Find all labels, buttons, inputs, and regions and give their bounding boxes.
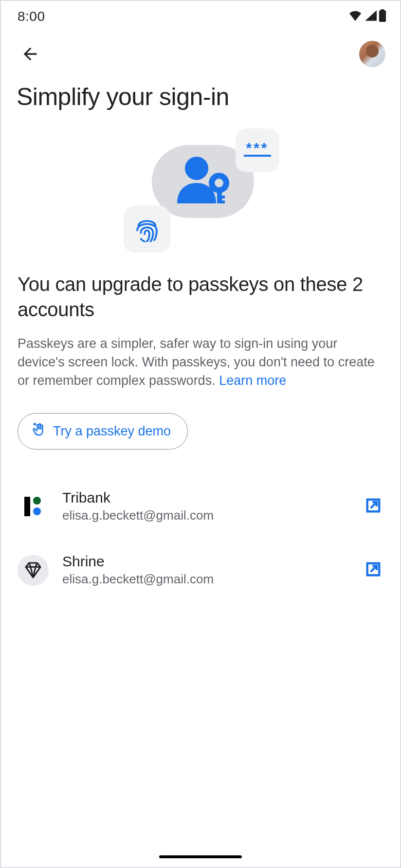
- cellular-icon: [364, 10, 377, 23]
- account-email: elisa.g.beckett@gmail.com: [62, 572, 349, 587]
- account-email: elisa.g.beckett@gmail.com: [62, 508, 349, 523]
- svg-point-2: [185, 157, 208, 180]
- account-row-shrine[interactable]: Shrine elisa.g.beckett@gmail.com: [18, 544, 383, 596]
- svg-rect-5: [221, 196, 225, 199]
- tribank-app-icon: [18, 491, 49, 522]
- profile-avatar[interactable]: [359, 41, 385, 67]
- account-list: Tribank elisa.g.beckett@gmail.com Shrine…: [18, 481, 383, 596]
- svg-point-3: [212, 176, 226, 190]
- password-icon: ***: [236, 128, 279, 172]
- status-bar: 8:00: [1, 1, 400, 30]
- fingerprint-icon: [124, 206, 170, 253]
- navigation-handle[interactable]: [159, 855, 242, 858]
- arrow-left-icon: [20, 44, 40, 64]
- account-name: Shrine: [62, 553, 349, 570]
- status-icons: [348, 9, 386, 24]
- svg-rect-6: [221, 200, 225, 203]
- open-external-icon[interactable]: [363, 495, 383, 518]
- hero-illustration: ***: [1, 126, 400, 262]
- status-time: 8:00: [18, 9, 45, 24]
- try-passkey-demo-button[interactable]: Try a passkey demo: [18, 413, 188, 450]
- learn-more-link[interactable]: Learn more: [219, 373, 286, 388]
- account-row-tribank[interactable]: Tribank elisa.g.beckett@gmail.com: [18, 481, 383, 532]
- section-body: Passkeys are a simpler, safer way to sig…: [18, 335, 383, 390]
- wifi-icon: [348, 10, 362, 23]
- app-bar: [1, 30, 400, 72]
- account-name: Tribank: [62, 489, 349, 506]
- back-button[interactable]: [19, 43, 41, 65]
- diamond-icon: [23, 561, 43, 580]
- section-subhead: You can upgrade to passkeys on these 2 a…: [18, 271, 383, 322]
- shrine-app-icon: [18, 555, 49, 586]
- open-external-icon[interactable]: [363, 559, 383, 581]
- demo-button-label: Try a passkey demo: [53, 424, 171, 439]
- section-body-text: Passkeys are a simpler, safer way to sig…: [18, 336, 375, 388]
- svg-rect-1: [381, 9, 384, 11]
- battery-icon: [379, 9, 386, 24]
- page-title: Simplify your sign-in: [1, 72, 400, 111]
- hand-icon: [32, 422, 46, 440]
- person-key-icon: [172, 155, 231, 210]
- svg-rect-0: [379, 10, 386, 22]
- password-mask: ***: [246, 144, 269, 152]
